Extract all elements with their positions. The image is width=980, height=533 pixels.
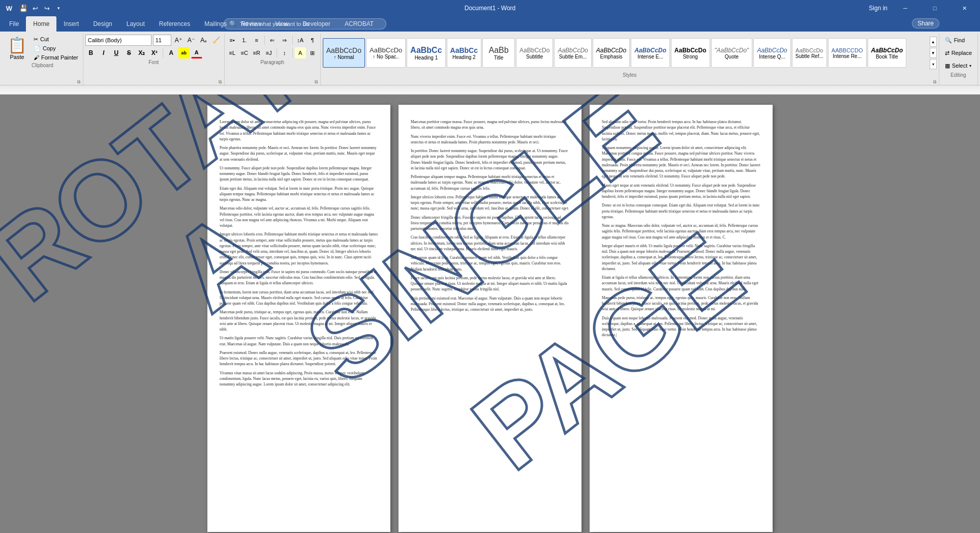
tab-home[interactable]: Home xyxy=(26,16,56,32)
paragraph-group: ≡• 1. ≡ ⇐ ⇒ ↕A ¶ ≡L ≡C ≡R ≡J ↕ xyxy=(225,34,321,85)
style-title-label: Title xyxy=(494,55,504,61)
style-intense-q-preview: AaBbCcDo xyxy=(757,47,787,54)
style-strong[interactable]: AaBbCcDo Strong xyxy=(671,38,710,68)
line-spacing-button[interactable]: ↕ xyxy=(279,47,290,58)
copy-button[interactable]: 📄 Copy xyxy=(31,44,81,53)
page-3-content: Sed aliquam odio vitae tortor. Proin hen… xyxy=(602,119,760,338)
qat-redo-button[interactable]: ↪ xyxy=(42,3,52,13)
style-heading1-preview: AaBbCc xyxy=(410,46,442,55)
styles-scroll-up-button[interactable]: ▲ xyxy=(930,37,937,47)
justify-button[interactable]: ≡J xyxy=(263,47,274,58)
style-intense-e-label: Intense E... xyxy=(637,54,663,60)
subscript-button[interactable]: X₂ xyxy=(136,47,147,58)
text-effects-button[interactable]: A xyxy=(166,47,177,58)
tab-layout[interactable]: Layout xyxy=(119,16,152,32)
document-area[interactable]: ROTATE A SINGLE PAGE Lorem ipsum dolor s… xyxy=(0,95,980,533)
styles-expand-gallery-button[interactable]: ▾ xyxy=(930,59,937,69)
style-quote[interactable]: "AaBbCcDo" Quote xyxy=(711,38,753,68)
qat-save-button[interactable]: 💾 xyxy=(18,3,28,13)
superscript-button[interactable]: X² xyxy=(149,47,160,58)
style-subtitle[interactable]: AaBbCcDo Subtitle xyxy=(516,38,553,68)
multilevel-list-button[interactable]: ≡ xyxy=(251,35,262,46)
style-book-title-preview: AaBbCcDo xyxy=(871,47,903,54)
style-intense-e[interactable]: AaBbCcDo Intense E... xyxy=(631,38,670,68)
align-center-button[interactable]: ≡C xyxy=(239,47,250,58)
styles-scroll-down-button[interactable]: ▼ xyxy=(930,48,937,58)
format-painter-button[interactable]: 🖌 Format Painter xyxy=(31,53,81,62)
search-bar[interactable]: 🔍 Tell me what you want to do xyxy=(224,18,386,29)
strikethrough-button[interactable]: S xyxy=(124,47,135,58)
replace-button[interactable]: ⇄ Replace xyxy=(941,47,975,58)
page-3: Sed aliquam odio vitae tortor. Proin hen… xyxy=(590,105,773,532)
style-strong-preview: AaBbCcDo xyxy=(675,47,707,54)
style-book-title[interactable]: AaBbCcDo Book Title xyxy=(868,38,907,68)
font-color-button[interactable]: A xyxy=(191,47,202,58)
shading-button[interactable]: A xyxy=(295,47,306,58)
style-intense-q[interactable]: AaBbCcDo Intense Q... xyxy=(753,38,790,68)
style-subtle-ref-preview: AaBbCcDo xyxy=(795,47,823,53)
clear-formatting-button[interactable]: 🧹 xyxy=(211,35,222,46)
align-right-button[interactable]: ≡R xyxy=(251,47,262,58)
text-highlight-button[interactable]: ab xyxy=(178,47,190,58)
find-label: Find xyxy=(954,37,965,43)
style-book-title-label: Book Title xyxy=(876,54,898,60)
style-subtle-ref[interactable]: AaBbCcDo Subtle Ref... xyxy=(792,38,827,68)
paragraph-expand-button[interactable]: ⧉ xyxy=(313,79,319,85)
maximize-button[interactable]: □ xyxy=(923,0,946,16)
show-formatting-button[interactable]: ¶ xyxy=(307,35,318,46)
style-heading2[interactable]: AaBbCc Heading 2 xyxy=(447,38,481,68)
style-emphasis[interactable]: AaBbCcDo Emphasis xyxy=(593,38,630,68)
style-intense-re[interactable]: AaBbCcDo Intense Re... xyxy=(828,38,867,68)
font-expand-button[interactable]: ⧉ xyxy=(217,79,223,85)
clipboard-expand-button[interactable]: ⧉ xyxy=(76,79,82,85)
tab-file[interactable]: File xyxy=(2,16,26,32)
clipboard-group: 📋 Paste ✂ Cut 📄 Copy 🖌 Format Painter xyxy=(2,34,83,85)
numbering-button[interactable]: 1. xyxy=(239,35,250,46)
style-strong-label: Strong xyxy=(683,54,697,60)
find-icon: 🔍 xyxy=(945,37,952,44)
styles-expand-button[interactable]: ⧉ xyxy=(932,79,938,85)
increase-indent-button[interactable]: ⇒ xyxy=(279,35,290,46)
tab-insert[interactable]: Insert xyxy=(56,16,86,32)
borders-button[interactable]: ⊞ xyxy=(307,47,318,58)
find-button[interactable]: 🔍 Find xyxy=(941,35,975,46)
bold-button[interactable]: B xyxy=(85,47,97,58)
underline-button[interactable]: U xyxy=(111,47,122,58)
style-emphasis-preview: AaBbCcDo xyxy=(596,47,626,54)
font-size-increase-button[interactable]: A⁺ xyxy=(173,35,184,46)
decrease-indent-button[interactable]: ⇐ xyxy=(267,35,278,46)
style-heading1[interactable]: AaBbCc Heading 1 xyxy=(407,38,445,68)
para-row2: ≡L ≡C ≡R ≡J ↕ A ⊞ xyxy=(227,47,318,58)
tab-references[interactable]: References xyxy=(152,16,197,32)
share-button[interactable]: Share xyxy=(912,18,939,28)
change-case-button[interactable]: Aₐ xyxy=(198,35,209,46)
copy-label: Copy xyxy=(43,45,56,51)
qat-undo-button[interactable]: ↩ xyxy=(30,3,40,13)
format-painter-icon: 🖌 xyxy=(34,54,39,61)
word-icon: W xyxy=(4,3,14,13)
close-button[interactable]: ✕ xyxy=(953,0,976,16)
style-subtle-em[interactable]: AaBbCcDo Subtle Em... xyxy=(554,38,591,68)
bullets-button[interactable]: ≡• xyxy=(227,35,238,46)
font-name-input[interactable] xyxy=(85,35,151,46)
styles-gallery: AaBbCcDo ↑ Normal AaBbCcDo ↑ No Spac.. A… xyxy=(323,38,928,68)
style-intense-re-preview: AaBbCcDo xyxy=(832,47,863,53)
minimize-button[interactable]: ─ xyxy=(894,0,917,16)
style-no-spacing[interactable]: AaBbCcDo ↑ No Spac.. xyxy=(366,38,406,68)
style-subtitle-label: Subtitle xyxy=(526,54,543,60)
align-left-button[interactable]: ≡L xyxy=(227,47,238,58)
sort-button[interactable]: ↕A xyxy=(295,35,306,46)
select-button[interactable]: ▦ Select ▾ xyxy=(941,60,975,71)
style-title[interactable]: AaBb Title xyxy=(482,38,515,68)
font-size-decrease-button[interactable]: A⁻ xyxy=(186,35,197,46)
format-painter-label: Format Painter xyxy=(41,54,78,61)
paste-button[interactable]: 📋 Paste xyxy=(4,35,30,62)
qat-customize-button[interactable]: ▾ xyxy=(53,3,64,13)
italic-button[interactable]: I xyxy=(98,47,109,58)
font-size-input[interactable] xyxy=(153,35,171,46)
sign-in-link[interactable]: Sign in xyxy=(869,5,887,12)
page-1-content: Lorem ipsum dolor sit amet, consectetur … xyxy=(220,119,378,387)
cut-button[interactable]: ✂ Cut xyxy=(31,35,81,44)
tab-design[interactable]: Design xyxy=(86,16,119,32)
style-normal[interactable]: AaBbCcDo ↑ Normal xyxy=(323,38,365,68)
